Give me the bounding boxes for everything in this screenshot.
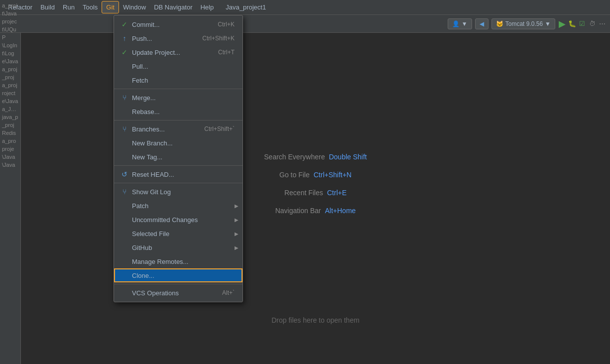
menu-item-uncommitted-label: Uncommitted Changes [132, 216, 235, 224]
menu-item-resethead-label: Reset HEAD... [132, 171, 235, 178]
menu-item-vcsops-label: VCS Operations [132, 289, 214, 297]
menu-item-github-label: GitHub [132, 244, 235, 251]
menu-item-clone-label: Clone... [132, 272, 235, 279]
menu-item-newbranch[interactable]: New Branch... [114, 136, 243, 150]
clone-icon [120, 271, 129, 280]
selectedfile-icon [120, 229, 129, 238]
separator-2 [114, 120, 243, 121]
merge-icon: ⑂ [120, 93, 129, 102]
uncommitted-icon [120, 215, 129, 224]
menu-item-resethead[interactable]: ↺ Reset HEAD... [114, 167, 243, 181]
menu-item-vcsops[interactable]: VCS Operations Alt+` [114, 286, 243, 300]
rebase-icon [120, 107, 129, 116]
menu-item-newtag[interactable]: New Tag... [114, 150, 243, 164]
menu-item-newbranch-label: New Branch... [132, 139, 235, 147]
github-icon [120, 243, 129, 252]
separator-5 [114, 284, 243, 284]
showgitlog-icon: ⑂ [120, 187, 129, 196]
menu-item-patch-label: Patch [132, 202, 235, 210]
menu-item-pull-label: Pull... [132, 63, 235, 70]
separator-3 [114, 165, 243, 166]
menu-item-newtag-label: New Tag... [132, 153, 235, 161]
menu-item-push-label: Push... [132, 35, 194, 42]
fetch-icon [120, 76, 129, 85]
menu-item-manageremotes-label: Manage Remotes... [132, 258, 235, 265]
manageremotes-icon [120, 257, 129, 266]
menu-item-branches[interactable]: ⑂ Branches... Ctrl+Shift+` [114, 122, 243, 136]
menu-item-pull[interactable]: Pull... [114, 59, 243, 73]
patch-icon [120, 201, 129, 210]
menu-item-update[interactable]: ✓ Update Project... Ctrl+T [114, 45, 243, 59]
menu-item-github[interactable]: GitHub [114, 241, 243, 254]
menu-item-uncommitted[interactable]: Uncommitted Changes [114, 213, 243, 227]
menu-item-manageremotes[interactable]: Manage Remotes... [114, 254, 243, 268]
resethead-icon: ↺ [120, 170, 129, 179]
menu-item-patch[interactable]: Patch [114, 199, 243, 213]
menu-item-commit-label: Commit... [132, 21, 210, 28]
separator-4 [114, 183, 243, 183]
menu-item-showgitlog[interactable]: ⑂ Show Git Log [114, 185, 243, 199]
git-dropdown-menu: ✓ Commit... Ctrl+K ↑ Push... Ctrl+Shift+… [114, 15, 243, 302]
newbranch-icon [120, 138, 129, 147]
menu-item-push-shortcut: Ctrl+Shift+K [202, 35, 235, 42]
menu-item-fetch[interactable]: Fetch [114, 73, 243, 87]
menu-item-branches-label: Branches... [132, 125, 196, 133]
menu-item-showgitlog-label: Show Git Log [132, 188, 235, 196]
menu-item-merge-label: Merge... [132, 94, 235, 102]
menu-item-clone[interactable]: Clone... [114, 268, 243, 282]
vcsops-icon [120, 288, 129, 297]
menu-item-selectedfile-label: Selected File [132, 230, 235, 238]
menu-item-merge[interactable]: ⑂ Merge... [114, 91, 243, 105]
dropdown-overlay[interactable]: ✓ Commit... Ctrl+K ↑ Push... Ctrl+Shift+… [0, 0, 610, 364]
menu-item-vcsops-shortcut: Alt+` [222, 289, 235, 296]
menu-item-commit-shortcut: Ctrl+K [218, 21, 235, 28]
newtag-icon [120, 152, 129, 161]
separator-1 [114, 89, 243, 89]
menu-item-update-label: Update Project... [132, 49, 210, 56]
push-icon: ↑ [120, 34, 129, 43]
menu-item-push[interactable]: ↑ Push... Ctrl+Shift+K [114, 31, 243, 45]
menu-item-branches-shortcut: Ctrl+Shift+` [204, 125, 235, 132]
pull-icon [120, 62, 129, 71]
branches-icon: ⑂ [120, 124, 129, 133]
menu-item-rebase-label: Rebase... [132, 108, 235, 116]
menu-item-rebase[interactable]: Rebase... [114, 105, 243, 119]
commit-icon: ✓ [120, 20, 129, 29]
menu-item-fetch-label: Fetch [132, 77, 235, 84]
menu-item-selectedfile[interactable]: Selected File [114, 227, 243, 241]
menu-item-commit[interactable]: ✓ Commit... Ctrl+K [114, 17, 243, 31]
menu-item-update-shortcut: Ctrl+T [218, 49, 235, 56]
update-icon: ✓ [120, 48, 129, 57]
